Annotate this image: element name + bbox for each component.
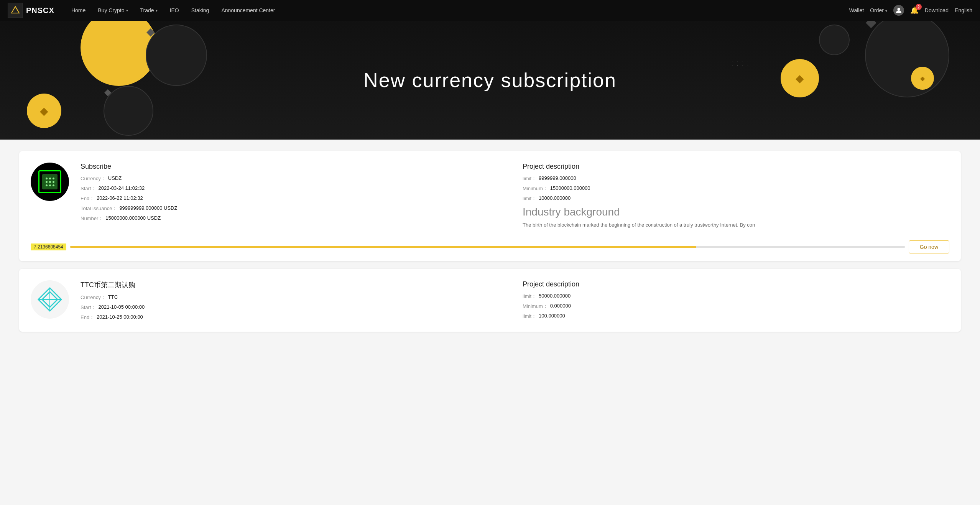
svg-marker-0 (12, 7, 19, 13)
ttc-currency-row: Currency： TTC (81, 294, 507, 301)
nav-home[interactable]: Home (66, 4, 91, 16)
wallet-link[interactable]: Wallet (849, 7, 864, 13)
chevron-down-icon: ▾ (885, 9, 887, 13)
ttc-project-title: Project description (523, 280, 949, 288)
download-link[interactable]: Download (925, 7, 949, 13)
number-row: Number： 15000000.000000 USDZ (81, 215, 507, 222)
usdz-icon (38, 170, 61, 193)
navbar: PNSCX Home Buy Crypto ▾ Trade ▾ IEO Stak… (0, 0, 980, 21)
logo[interactable]: PNSCX (8, 3, 54, 18)
main-content: Subscribe Currency： USDZ Start： 2022-03-… (0, 140, 980, 351)
hero-circle-gold-mid: ◆ (781, 59, 819, 97)
ttc-logo (31, 280, 69, 319)
diamond-icon-2: ◆ (796, 72, 804, 85)
nav-ieo[interactable]: IEO (164, 4, 184, 16)
hero-circle-dark-right: ◆ (865, 21, 949, 97)
minimum-row: Minimum： 15000000.000000 (523, 185, 949, 192)
ttc-limit-row-1: limit： 50000.000000 (523, 293, 949, 300)
notification-bell[interactable]: 🔔 2 (910, 6, 919, 15)
industry-background-title: Industry background (523, 206, 949, 218)
nav-buy-crypto[interactable]: Buy Crypto ▾ (92, 4, 133, 16)
hero-banner: ◆ ◆ ◆ ◆ ◆ ◆ · · · ·· · · · New currency … (0, 21, 980, 140)
card-top-ttc: TTC币第二期认购 Currency： TTC Start： 2021-10-0… (31, 280, 949, 324)
ttc-icon (36, 286, 63, 313)
ttc-section-title: TTC币第二期认购 (81, 280, 507, 290)
industry-background-text: The birth of the blockchain marked the b… (523, 221, 949, 229)
limit-row-2: limit： 10000.000000 (523, 195, 949, 202)
card-right: Project description limit： 9999999.00000… (523, 163, 949, 229)
card-left-ttc: TTC币第二期认购 Currency： TTC Start： 2021-10-0… (81, 280, 507, 324)
total-issuance-row: Total issuance： 999999999.000000 USDZ (81, 205, 507, 212)
ttc-limit-row-2: limit： 100.000000 (523, 313, 949, 320)
card-body-ttc: TTC币第二期认购 Currency： TTC Start： 2021-10-0… (81, 280, 949, 324)
hero-circle-dark-1: ◆ (146, 25, 207, 86)
svg-point-1 (897, 8, 900, 11)
navbar-links: Home Buy Crypto ▾ Trade ▾ IEO Staking An… (66, 4, 849, 16)
logo-box (8, 3, 23, 18)
hero-circle-dark-small (819, 25, 850, 55)
nav-announcement[interactable]: Announcement Center (216, 4, 280, 16)
start-row: Start： 2022-03-24 11:02:32 (81, 185, 507, 192)
hero-title: New currency subscription (363, 69, 617, 92)
end-row: End： 2022-06-22 11:02:32 (81, 195, 507, 202)
ttc-end-row: End： 2021-10-25 00:00:00 (81, 314, 507, 321)
card-top: Subscribe Currency： USDZ Start： 2022-03-… (31, 163, 949, 229)
project-desc-title: Project description (523, 163, 949, 171)
currency-row: Currency： USDZ (81, 175, 507, 182)
diamond-icon: ◆ (40, 105, 48, 117)
card-left: Subscribe Currency： USDZ Start： 2022-03-… (81, 163, 507, 229)
usdz-dots (46, 178, 54, 186)
card-body: Subscribe Currency： USDZ Start： 2022-03-… (81, 163, 949, 229)
hero-circle-gold-bottom-left: ◆ (27, 94, 61, 128)
card-right-ttc: Project description limit： 50000.000000 … (523, 280, 949, 324)
nav-staking[interactable]: Staking (186, 4, 215, 16)
hero-dots: · · · ·· · · · (732, 59, 750, 67)
progress-value: 7.2136608454 (31, 243, 66, 250)
subscribe-title: Subscribe (81, 163, 507, 171)
nav-trade[interactable]: Trade ▾ (135, 4, 163, 16)
progress-bar (70, 246, 905, 248)
diamond-icon-3: ◆ (920, 75, 925, 82)
ieo-card-ttc: TTC币第二期认购 Currency： TTC Start： 2021-10-0… (19, 269, 961, 332)
ieo-card-usdz: Subscribe Currency： USDZ Start： 2022-03-… (19, 151, 961, 261)
card-bottom: 7.2136608454 Go now (31, 237, 949, 253)
language-selector[interactable]: English (955, 7, 972, 13)
notification-count: 2 (916, 4, 922, 10)
limit-row-1: limit： 9999999.000000 (523, 175, 949, 182)
order-link[interactable]: Order ▾ (870, 7, 887, 13)
usdz-logo (31, 163, 69, 201)
ttc-start-row: Start： 2021-10-05 00:00:00 (81, 304, 507, 311)
navbar-right: Wallet Order ▾ 🔔 2 Download English (849, 5, 972, 16)
logo-text: PNSCX (26, 6, 54, 15)
progress-bar-fill (70, 246, 696, 248)
hero-circle-gold-small: ◆ (911, 67, 934, 90)
usdz-inner (42, 174, 58, 189)
hero-circle-dark-2: ◆ (104, 86, 153, 136)
ttc-minimum-row: Minimum： 0.000000 (523, 303, 949, 310)
chevron-down-icon: ▾ (126, 8, 128, 13)
user-avatar[interactable] (893, 5, 904, 16)
go-now-button[interactable]: Go now (909, 240, 949, 253)
chevron-down-icon: ▾ (156, 8, 158, 13)
